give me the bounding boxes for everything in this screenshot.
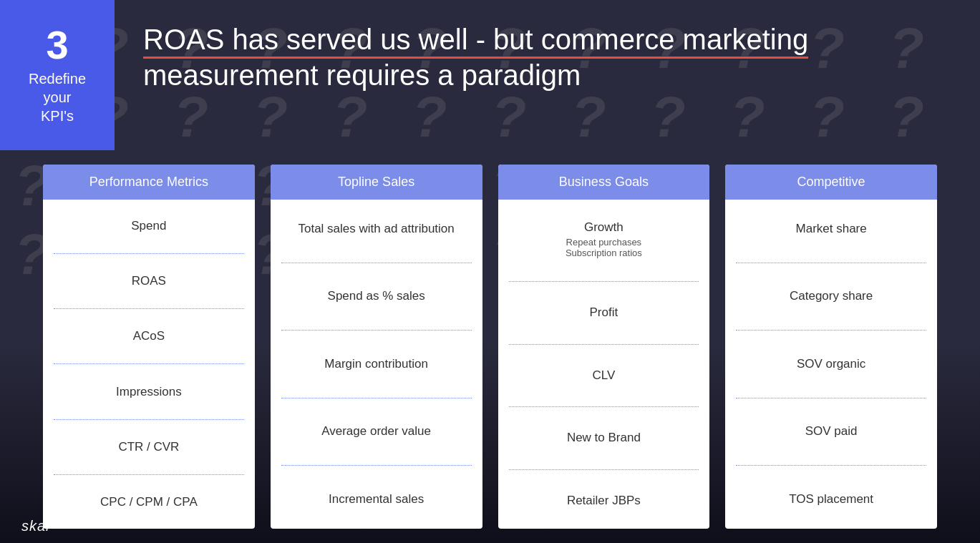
list-item: Total sales with ad attribution	[281, 217, 472, 241]
divider	[54, 363, 244, 364]
card-body-topline-sales: Total sales with ad attribution Spend as…	[271, 200, 482, 529]
step-badge: 3 Redefine your KPI's	[0, 0, 115, 150]
card-body-business-goals: Growth Repeat purchasesSubscription rati…	[498, 200, 710, 529]
card-header-performance-metrics: Performance Metrics	[43, 165, 255, 200]
list-item: ACoS	[54, 324, 244, 348]
main-content: 3 Redefine your KPI's ROAS has served us…	[0, 0, 980, 543]
card-business-goals: Business Goals Growth Repeat purchasesSu…	[498, 165, 710, 529]
card-topline-sales: Topline Sales Total sales with ad attrib…	[271, 165, 482, 529]
list-item: Margin contribution	[281, 352, 472, 376]
card-competitive: Competitive Market share Category share …	[725, 165, 937, 529]
divider	[54, 474, 244, 475]
list-item: CPC / CPM / CPA	[54, 490, 244, 514]
divider	[54, 419, 244, 420]
list-item: Category share	[736, 284, 926, 308]
headline-line2: measurement requires a paradigm	[143, 59, 581, 91]
list-item: Impressions	[54, 380, 244, 404]
list-item: Spend as % sales	[281, 284, 472, 308]
list-item: CLV	[509, 363, 699, 388]
card-header-competitive: Competitive	[725, 165, 937, 200]
card-header-business-goals: Business Goals	[498, 165, 710, 200]
divider	[736, 465, 926, 466]
divider	[54, 253, 244, 254]
divider	[509, 344, 699, 345]
divider	[281, 465, 472, 466]
list-item: Retailer JBPs	[509, 489, 699, 513]
divider	[736, 330, 926, 331]
list-item: SOV paid	[736, 419, 926, 444]
divider	[509, 469, 699, 470]
divider	[54, 308, 244, 309]
list-item: New to Brand	[509, 426, 699, 450]
divider	[509, 281, 699, 282]
divider	[281, 398, 472, 398]
divider	[509, 406, 699, 407]
list-item: SOV organic	[736, 352, 926, 376]
list-item: Spend	[54, 214, 244, 238]
card-header-topline-sales: Topline Sales	[271, 165, 482, 200]
step-number: 3	[46, 25, 68, 65]
list-item: Market share	[736, 217, 926, 241]
list-item: Growth Repeat purchasesSubscription rati…	[509, 215, 699, 263]
card-body-performance-metrics: Spend ROAS ACoS Impressions CTR / CVR	[43, 200, 255, 529]
divider	[736, 263, 926, 263]
list-item: Average order value	[281, 419, 472, 444]
list-item: ROAS	[54, 269, 244, 293]
card-body-competitive: Market share Category share SOV organic …	[725, 200, 937, 529]
step-label: Redefine your KPI's	[29, 69, 86, 125]
cards-container: Performance Metrics Spend ROAS ACoS Impr…	[43, 165, 937, 529]
headline-line1: ROAS has served us well - but commerce m…	[143, 24, 808, 59]
divider	[281, 263, 472, 263]
main-headline: ROAS has served us well - but commerce m…	[143, 21, 966, 93]
card-performance-metrics: Performance Metrics Spend ROAS ACoS Impr…	[43, 165, 255, 529]
divider	[281, 330, 472, 331]
list-item: Profit	[509, 300, 699, 325]
list-item: TOS placement	[736, 487, 926, 512]
list-item: Incremental sales	[281, 487, 472, 512]
brand-logo: skai	[21, 518, 50, 534]
list-item: CTR / CVR	[54, 435, 244, 459]
divider	[736, 398, 926, 398]
